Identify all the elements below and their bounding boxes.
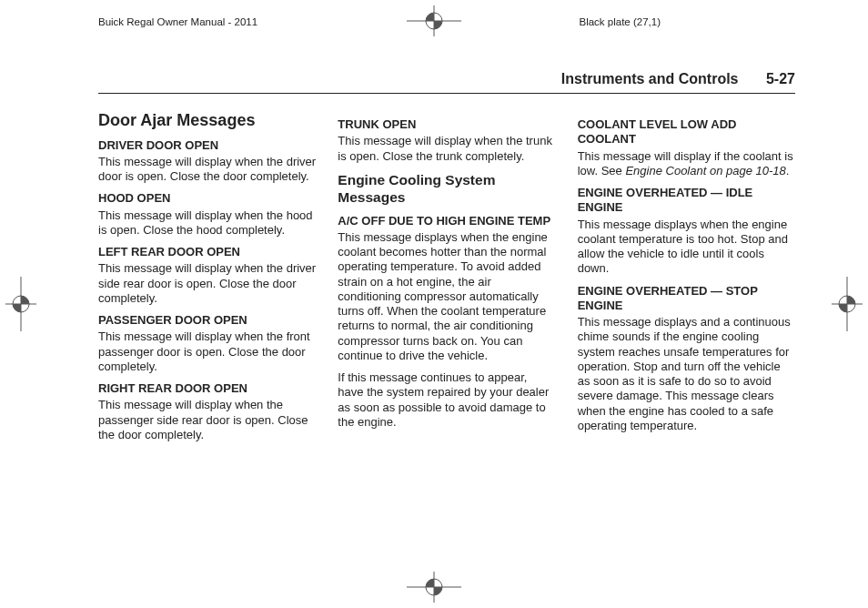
msg-body: This message displays and a continuous c… <box>578 315 795 433</box>
register-mark-bottom <box>407 572 461 603</box>
msg-title: PASSENGER DOOR OPEN <box>98 313 316 328</box>
column-3: COOLANT LEVEL LOW ADD COOLANT This messa… <box>578 110 795 450</box>
msg-body: This message will display when the front… <box>98 329 316 374</box>
svg-point-8 <box>13 296 29 312</box>
msg-body-text: . <box>786 164 790 177</box>
msg-body: This message will display when the drive… <box>98 261 316 306</box>
column-1: Door Ajar Messages DRIVER DOOR OPEN This… <box>98 110 316 450</box>
msg-body: This message displays when the engine co… <box>338 230 555 363</box>
column-2: TRUNK OPEN This message will display whe… <box>338 110 555 450</box>
heading-engine-cooling: Engine Cooling System Messages <box>338 171 555 207</box>
msg-body: This message will display if the coolant… <box>578 149 795 179</box>
msg-body: This message will display when the passe… <box>98 398 316 442</box>
page-body: Instruments and Controls 5-27 Door Ajar … <box>98 71 795 562</box>
register-mark-right <box>832 277 863 331</box>
msg-title: ENGINE OVERHEATED — IDLE ENGINE <box>578 186 795 216</box>
print-header: Buick Regal Owner Manual - 2011 Black pl… <box>98 16 770 36</box>
manual-title: Buick Regal Owner Manual - 2011 <box>98 16 257 27</box>
columns: Door Ajar Messages DRIVER DOOR OPEN This… <box>98 110 795 450</box>
msg-body: This message will display when the drive… <box>98 155 316 185</box>
msg-body: This message will display when the hood … <box>98 208 316 238</box>
section-title: Instruments and Controls <box>561 71 739 86</box>
msg-title: A/C OFF DUE TO HIGH ENGINE TEMP <box>338 214 555 228</box>
msg-title: COOLANT LEVEL LOW ADD COOLANT <box>578 117 795 147</box>
running-head: Instruments and Controls 5-27 <box>98 71 795 94</box>
page-number: 5-27 <box>766 71 795 86</box>
msg-title: TRUNK OPEN <box>338 117 555 132</box>
msg-title: ENGINE OVERHEATED — STOP ENGINE <box>578 284 795 314</box>
msg-title: RIGHT REAR DOOR OPEN <box>98 381 316 396</box>
plate-label: Black plate (27,1) <box>580 16 661 27</box>
manual-page: Buick Regal Owner Manual - 2011 Black pl… <box>0 0 868 608</box>
msg-title: LEFT REAR DOOR OPEN <box>98 245 316 259</box>
msg-body: This message displays when the engine co… <box>578 218 795 277</box>
msg-title: HOOD OPEN <box>98 191 316 206</box>
svg-point-5 <box>426 579 442 595</box>
msg-body: This message will display when the trunk… <box>338 134 555 164</box>
register-mark-left <box>5 277 36 331</box>
cross-reference: Engine Coolant on page 10-18 <box>625 164 785 177</box>
msg-title: DRIVER DOOR OPEN <box>98 138 316 153</box>
svg-point-11 <box>839 296 855 312</box>
heading-door-ajar: Door Ajar Messages <box>98 110 316 131</box>
msg-body: If this message continues to appear, hav… <box>338 370 555 430</box>
